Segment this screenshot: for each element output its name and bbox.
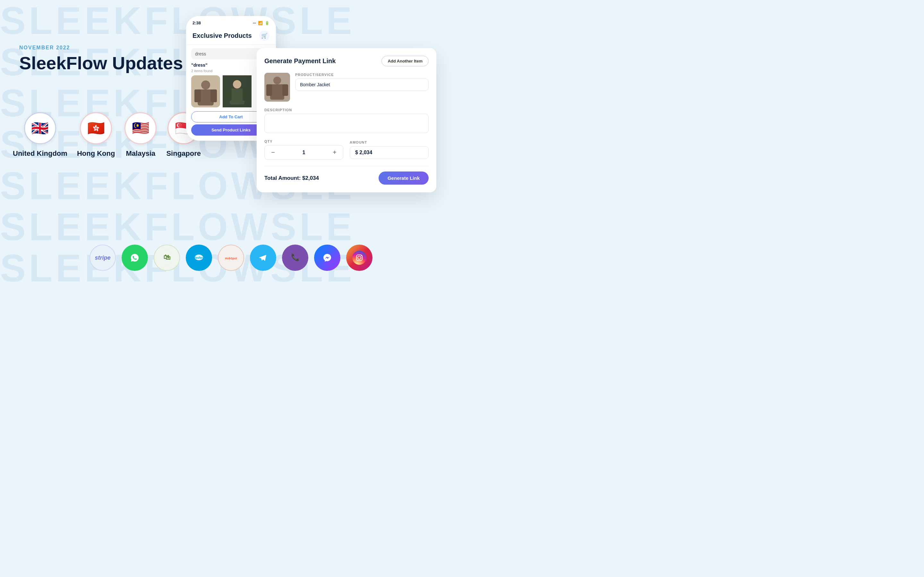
country-flag-hk: 🇭🇰: [80, 112, 112, 144]
integration-shopify[interactable]: 🛍: [153, 245, 180, 271]
payment-header: Generate Payment Link Add Another Item: [264, 56, 429, 66]
svg-rect-14: [282, 84, 288, 96]
svg-point-26: [320, 251, 334, 265]
product-service-input[interactable]: [295, 79, 429, 91]
main-content: NOVEMBER 2022 SleekFlow Updates 🇬🇧 Unite…: [0, 0, 462, 288]
integration-whatsapp[interactable]: [121, 245, 148, 271]
qty-minus-button[interactable]: −: [270, 149, 276, 156]
messenger-icon: [320, 251, 334, 265]
svg-text:📞: 📞: [291, 253, 300, 261]
country-flag-uk: 🇬🇧: [24, 112, 56, 144]
svg-point-1: [201, 81, 210, 89]
qty-value: 1: [280, 150, 328, 155]
search-value: dress: [195, 51, 206, 56]
payment-panel-title: Generate Payment Link: [264, 57, 336, 65]
amount-section: AMOUNT $ 2,034: [350, 140, 429, 159]
svg-rect-8: [225, 89, 232, 101]
phone-app-title: Exclusive Products: [192, 32, 252, 39]
total-amount-label: Total Amount: $2,034: [264, 175, 319, 181]
whatsapp-icon: [128, 251, 141, 264]
left-section: NOVEMBER 2022 SleekFlow Updates: [19, 45, 183, 73]
country-my: 🇲🇾 Malaysia: [124, 112, 157, 158]
svg-rect-3: [194, 89, 201, 102]
qty-section: QTY − 1 +: [264, 139, 343, 160]
product-service-label: PRODUCT/SERVICE: [295, 73, 429, 77]
svg-text:salesforce: salesforce: [192, 256, 206, 259]
integration-telegram[interactable]: [250, 245, 276, 271]
amount-value: $ 2,034: [350, 146, 429, 159]
salesforce-icon: salesforce: [192, 251, 206, 265]
stripe-label: stripe: [95, 255, 110, 261]
viber-icon: 📞: [288, 251, 302, 265]
wifi-icon: 📶: [258, 21, 263, 25]
product-thumb-1: [191, 75, 220, 107]
shopify-icon: 🛍: [160, 251, 174, 265]
battery-icon: 🔋: [265, 21, 270, 25]
country-uk: 🇬🇧 United Kingdom: [13, 112, 67, 158]
svg-rect-12: [270, 84, 284, 100]
svg-point-6: [233, 80, 241, 89]
hubspot-icon: HubSpot: [224, 251, 238, 265]
product-thumb-2: [223, 75, 252, 107]
svg-point-30: [361, 255, 362, 256]
instagram-icon: [352, 251, 367, 265]
add-another-item-button[interactable]: Add Another Item: [381, 56, 429, 66]
svg-rect-13: [266, 84, 272, 96]
payment-panel: Generate Payment Link Add Another Item P…: [257, 48, 436, 192]
country-flag-my: 🇲🇾: [124, 112, 157, 144]
product-image: [264, 73, 290, 102]
country-name-sg: Singapore: [166, 149, 201, 158]
country-name-uk: United Kingdom: [13, 149, 67, 158]
qty-plus-button[interactable]: +: [331, 149, 338, 156]
svg-rect-4: [210, 89, 217, 102]
payment-footer: Total Amount: $2,034 Generate Link: [264, 166, 429, 185]
country-name-my: Malaysia: [126, 149, 156, 158]
svg-point-11: [273, 77, 281, 84]
phone-time: 2:38: [192, 21, 201, 25]
integration-instagram[interactable]: [346, 245, 373, 271]
description-label: DESCRIPTION: [264, 108, 429, 112]
country-hk: 🇭🇰 Hong Kong: [77, 112, 115, 158]
amount-label: AMOUNT: [350, 140, 429, 144]
telegram-icon: [256, 251, 270, 265]
integration-stripe[interactable]: stripe: [89, 245, 116, 271]
svg-rect-7: [230, 89, 244, 105]
svg-text:HubSpot: HubSpot: [225, 257, 237, 260]
status-icons: ··· 📶 🔋: [253, 21, 270, 25]
product-row: PRODUCT/SERVICE: [264, 73, 429, 102]
generate-link-button[interactable]: Generate Link: [379, 171, 429, 185]
phone-header: Exclusive Products 🛒: [186, 28, 276, 45]
svg-rect-9: [242, 89, 249, 101]
main-title: SleekFlow Updates: [19, 53, 183, 73]
svg-text:🛍: 🛍: [163, 253, 170, 261]
qty-label: QTY: [264, 139, 343, 143]
phone-status-bar: 2:38 ··· 📶 🔋: [186, 16, 276, 28]
description-input[interactable]: [264, 114, 429, 133]
qty-control: − 1 +: [264, 145, 343, 160]
qty-amount-row: QTY − 1 + AMOUNT $ 2,034: [264, 139, 429, 160]
integration-hubspot[interactable]: HubSpot: [218, 245, 244, 271]
integrations-row: stripe 🛍 salesforce: [89, 245, 373, 271]
dots-icon: ···: [253, 21, 256, 25]
svg-point-27: [352, 251, 367, 265]
countries-section: 🇬🇧 United Kingdom 🇭🇰 Hong Kong 🇲🇾 Malays…: [13, 112, 201, 158]
integration-salesforce[interactable]: salesforce: [186, 245, 212, 271]
product-details: PRODUCT/SERVICE: [295, 73, 429, 102]
country-name-hk: Hong Kong: [77, 149, 115, 158]
description-area: DESCRIPTION: [264, 108, 429, 134]
integration-viber[interactable]: 📞: [282, 245, 309, 271]
cart-icon[interactable]: 🛒: [259, 31, 270, 41]
integration-messenger[interactable]: [314, 245, 341, 271]
month-label: NOVEMBER 2022: [19, 45, 183, 51]
